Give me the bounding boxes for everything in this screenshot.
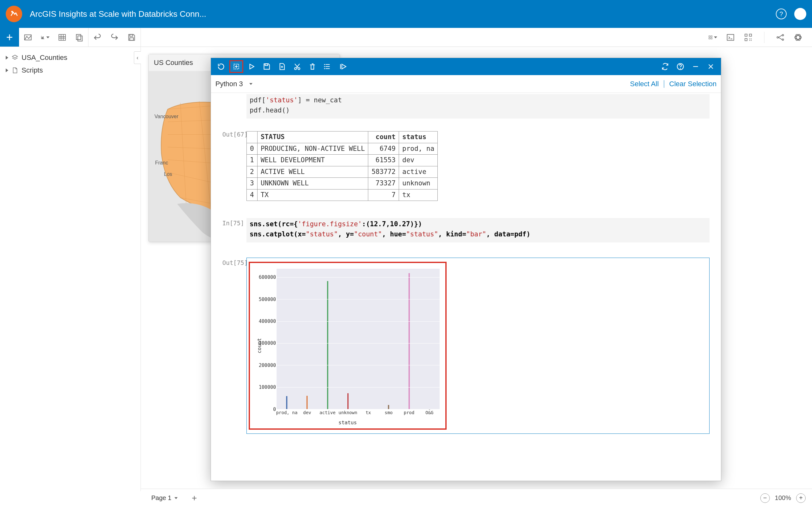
in-prompt: In[75] xyxy=(222,218,247,245)
qr-icon[interactable] xyxy=(744,33,753,42)
basemap-icon[interactable] xyxy=(794,33,803,42)
svg-rect-25 xyxy=(265,64,268,65)
console-subbar: Python 3 Select All Clear Selection xyxy=(211,75,721,93)
svg-rect-13 xyxy=(727,34,734,40)
expand-caret-icon xyxy=(6,68,8,72)
svg-rect-8 xyxy=(130,38,134,40)
zoom-value: 100% xyxy=(775,494,791,502)
svg-point-19 xyxy=(782,39,784,40)
svg-rect-7 xyxy=(130,34,133,36)
svg-rect-15 xyxy=(750,34,752,36)
create-card-icon[interactable] xyxy=(229,60,243,73)
save-cell-icon[interactable] xyxy=(260,60,274,73)
undo-icon[interactable] xyxy=(93,33,102,42)
svg-point-17 xyxy=(777,37,779,38)
chart-card-icon[interactable] xyxy=(41,33,49,42)
add-page-button[interactable]: + xyxy=(188,491,201,505)
run-icon[interactable] xyxy=(245,60,258,73)
page-bar: Page 1 + − 100% + xyxy=(141,489,812,507)
select-all-link[interactable]: Select All xyxy=(630,80,659,88)
console-help-icon[interactable] xyxy=(673,60,687,73)
page-label: Page 1 xyxy=(151,494,171,502)
chart-output: count status 010000020000030000040000050… xyxy=(249,260,707,432)
run-all-icon[interactable] xyxy=(336,60,350,73)
svg-rect-3 xyxy=(43,37,44,39)
notebook-cell: In[75] sns.set(rc={'figure.figsize':(12.… xyxy=(211,217,721,440)
svg-rect-9 xyxy=(709,36,710,37)
minimize-icon[interactable] xyxy=(689,60,703,73)
expand-caret-icon xyxy=(6,56,8,60)
zoom-out-button[interactable]: − xyxy=(760,493,770,503)
page-tab[interactable]: Page 1 xyxy=(147,492,182,504)
script-console: Python 3 Select All Clear Selection pdf[… xyxy=(211,58,721,481)
restart-kernel-icon[interactable] xyxy=(214,60,228,73)
sync-icon[interactable] xyxy=(658,60,672,73)
add-button[interactable]: + xyxy=(0,28,19,47)
data-sidebar: USA_Counties Scripts ‹ xyxy=(0,47,141,491)
svg-rect-11 xyxy=(709,38,710,39)
save-icon[interactable] xyxy=(127,33,136,42)
map-label: Vancouver xyxy=(154,114,178,119)
widgets-icon[interactable] xyxy=(708,33,717,42)
notebook-cell: pdf['status'] = new_catpdf.head() Out[67… xyxy=(211,93,721,207)
dataframe-output: STATUScountstatus0PRODUCING, NON-ACTIVE … xyxy=(247,131,438,201)
out-prompt: Out[75] xyxy=(222,258,247,434)
x-axis-label: status xyxy=(339,419,357,427)
console-body[interactable]: pdf['status'] = new_catpdf.head() Out[67… xyxy=(211,93,721,481)
map-label: Los xyxy=(164,171,172,177)
svg-point-18 xyxy=(782,34,784,36)
script-icon xyxy=(11,67,18,74)
layers-icon xyxy=(11,54,18,61)
sidebar-item-label: Scripts xyxy=(21,66,43,74)
help-icon[interactable]: ? xyxy=(776,9,786,19)
app-header: ArcGIS Insights at Scale with Databricks… xyxy=(0,0,812,28)
cut-icon[interactable] xyxy=(290,60,304,73)
svg-rect-12 xyxy=(711,38,712,39)
sidebar-item-label: USA_Counties xyxy=(21,54,67,62)
workbook-canvas: US Counties Vancouver Los Franc C M xyxy=(148,54,799,482)
model-icon[interactable] xyxy=(776,33,785,42)
svg-rect-6 xyxy=(78,36,82,41)
collapse-sidebar-button[interactable]: ‹ xyxy=(134,51,141,64)
chevron-down-icon xyxy=(174,497,177,499)
console-toolbar xyxy=(211,58,721,75)
svg-rect-16 xyxy=(745,38,747,41)
sidebar-item-scripts[interactable]: Scripts xyxy=(4,64,137,77)
svg-rect-14 xyxy=(745,34,747,36)
map-label: Franc xyxy=(155,160,168,166)
console-icon[interactable] xyxy=(726,33,735,42)
main-toolbar: + xyxy=(0,28,812,47)
svg-point-29 xyxy=(680,68,680,69)
insert-above-icon[interactable] xyxy=(321,60,335,73)
code-block[interactable]: sns.set(rc={'figure.figsize':(12.7,10.27… xyxy=(247,218,710,242)
sidebar-item-usa-counties[interactable]: USA_Counties xyxy=(4,51,137,64)
map-card-icon[interactable] xyxy=(23,33,32,42)
out-prompt: Out[67] xyxy=(222,129,247,201)
add-cell-icon[interactable] xyxy=(275,60,289,73)
close-icon[interactable] xyxy=(704,60,718,73)
kernel-label: Python 3 xyxy=(215,80,243,88)
chevron-down-icon xyxy=(249,83,252,85)
svg-point-0 xyxy=(12,11,13,12)
user-avatar[interactable] xyxy=(794,8,806,20)
delete-icon[interactable] xyxy=(305,60,319,73)
svg-rect-4 xyxy=(59,34,66,40)
table-card-icon[interactable] xyxy=(58,33,67,42)
copy-icon[interactable] xyxy=(75,33,84,42)
app-logo xyxy=(6,6,22,22)
svg-rect-2 xyxy=(42,38,43,39)
zoom-in-button[interactable]: + xyxy=(796,493,806,503)
svg-rect-10 xyxy=(711,36,712,37)
workbook-title: ArcGIS Insights at Scale with Databricks… xyxy=(30,9,776,19)
svg-rect-5 xyxy=(77,34,81,39)
redo-icon[interactable] xyxy=(110,33,119,42)
kernel-dropdown[interactable]: Python 3 xyxy=(215,80,252,88)
code-block[interactable]: pdf['status'] = new_catpdf.head() xyxy=(247,94,710,118)
clear-selection-link[interactable]: Clear Selection xyxy=(669,80,716,88)
